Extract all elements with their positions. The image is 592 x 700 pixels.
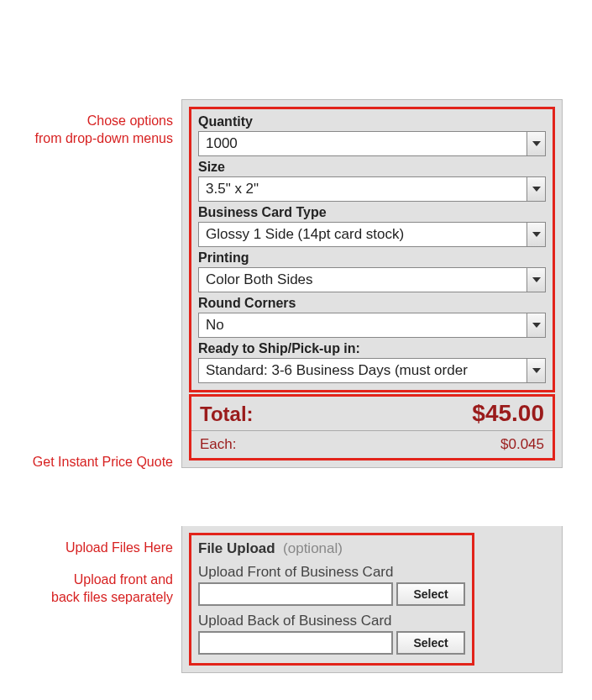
upload-back-input[interactable]	[198, 631, 393, 655]
chevron-down-icon	[527, 223, 545, 246]
upload-title-bold: File Upload	[198, 540, 275, 556]
annotation-text: back files separately	[51, 590, 173, 604]
quantity-value: 1000	[199, 135, 527, 152]
upload-back-select-button[interactable]: Select	[396, 631, 465, 655]
field-shipping: Ready to Ship/Pick-up in: Standard: 3-6 …	[198, 341, 546, 383]
round-corners-select[interactable]: No	[198, 313, 546, 338]
upload-front-field: Upload Front of Business Card Select	[198, 564, 465, 606]
annotation-price: Get Instant Price Quote	[0, 454, 173, 471]
total-row: Total: $45.00	[200, 400, 544, 427]
annotation-upload-desc: Upload front and back files separately	[0, 571, 173, 607]
upload-highlight: File Upload (optional) Upload Front of B…	[189, 533, 474, 666]
printing-select[interactable]: Color Both Sides	[198, 267, 546, 292]
each-row: Each: $0.045	[200, 433, 544, 453]
upload-front-label: Upload Front of Business Card	[198, 564, 465, 581]
annotation-text: Get Instant Price Quote	[33, 455, 173, 469]
size-select[interactable]: 3.5" x 2"	[198, 176, 546, 202]
chevron-down-icon	[527, 132, 545, 155]
options-panel: Quantity 1000 Size 3.5" x 2" Business Ca…	[181, 99, 563, 468]
options-highlight: Quantity 1000 Size 3.5" x 2" Business Ca…	[189, 107, 555, 392]
field-round-corners: Round Corners No	[198, 296, 546, 338]
upload-back-label: Upload Back of Business Card	[198, 613, 465, 629]
chevron-down-icon	[527, 268, 545, 292]
price-divider	[191, 430, 553, 431]
upload-panel: File Upload (optional) Upload Front of B…	[181, 526, 563, 673]
field-card-type: Business Card Type Glossy 1 Side (14pt c…	[198, 205, 546, 247]
upload-front-row: Select	[198, 582, 465, 606]
chevron-down-icon	[527, 359, 545, 382]
each-value: $0.045	[500, 436, 544, 453]
upload-back-row: Select	[198, 631, 465, 655]
each-label: Each:	[200, 433, 236, 453]
upload-front-input[interactable]	[198, 582, 393, 606]
round-corners-label: Round Corners	[198, 296, 546, 311]
annotation-options: Chose options from drop-down menus	[0, 113, 173, 148]
quantity-label: Quantity	[198, 114, 546, 129]
annotation-text: from drop-down menus	[34, 131, 173, 145]
price-highlight: Total: $45.00 Each: $0.045	[189, 394, 555, 461]
quantity-select[interactable]: 1000	[198, 131, 546, 156]
annotation-text: Chose options	[87, 113, 173, 128]
card-type-label: Business Card Type	[198, 205, 546, 220]
upload-title: File Upload (optional)	[198, 540, 465, 557]
chevron-down-icon	[527, 177, 545, 201]
annotation-text: Upload front and	[74, 572, 173, 587]
card-type-value: Glossy 1 Side (14pt card stock)	[199, 226, 527, 243]
round-corners-value: No	[199, 317, 527, 334]
card-type-select[interactable]: Glossy 1 Side (14pt card stock)	[198, 222, 546, 247]
shipping-value: Standard: 3-6 Business Days (must order	[199, 362, 527, 379]
annotation-upload-title: Upload Files Here	[0, 539, 173, 557]
shipping-select[interactable]: Standard: 3-6 Business Days (must order	[198, 358, 546, 383]
total-value: $45.00	[472, 400, 544, 427]
field-printing: Printing Color Both Sides	[198, 250, 546, 292]
printing-label: Printing	[198, 250, 546, 266]
field-quantity: Quantity 1000	[198, 114, 546, 156]
chevron-down-icon	[527, 313, 545, 337]
field-size: Size 3.5" x 2"	[198, 160, 546, 202]
annotation-text: Upload Files Here	[65, 540, 173, 555]
size-label: Size	[198, 160, 546, 175]
upload-back-field: Upload Back of Business Card Select	[198, 613, 465, 655]
total-label: Total:	[200, 403, 254, 426]
upload-front-select-button[interactable]: Select	[396, 582, 465, 606]
shipping-label: Ready to Ship/Pick-up in:	[198, 341, 546, 356]
printing-value: Color Both Sides	[199, 271, 527, 288]
size-value: 3.5" x 2"	[199, 181, 527, 197]
upload-optional: (optional)	[283, 540, 343, 556]
